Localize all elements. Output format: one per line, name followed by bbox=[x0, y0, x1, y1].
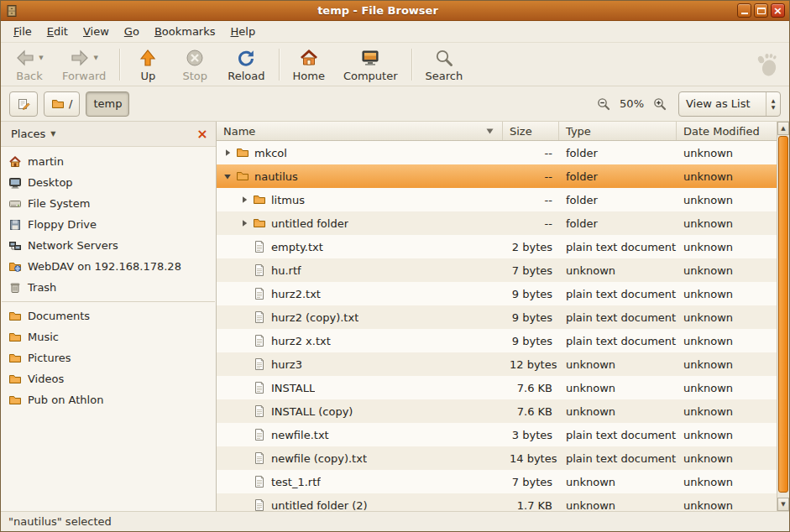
vertical-scrollbar[interactable]: ▲ ▼ bbox=[777, 122, 789, 511]
titlebar[interactable]: temp - File Browser × bbox=[1, 1, 789, 21]
scroll-track[interactable] bbox=[777, 135, 789, 498]
sidebar-separator bbox=[2, 301, 215, 302]
cell-name: nautilus bbox=[217, 170, 503, 183]
cell-name: hurz2 x.txt bbox=[217, 334, 503, 347]
expand-arrow-icon[interactable] bbox=[238, 219, 250, 227]
sidebar-item-floppy-drive[interactable]: Floppy Drive bbox=[1, 214, 216, 235]
file-row-untitled-folder-2[interactable]: untitled folder (2)1.7 KBunknownunknown bbox=[217, 493, 777, 511]
sidebar-item-martin[interactable]: martin bbox=[1, 151, 216, 172]
file-row-hurz3[interactable]: hurz312 bytesunknownunknown bbox=[217, 352, 777, 376]
zoom-out-button[interactable] bbox=[594, 95, 613, 113]
cell-size: 14 bytes bbox=[503, 452, 559, 465]
cell-size: -- bbox=[503, 170, 559, 183]
sidebar-item-webdav-on-192-168-178-28[interactable]: WebDAV on 192.168.178.28 bbox=[1, 256, 216, 277]
cell-type: plain text document bbox=[559, 335, 677, 347]
path-button-root[interactable]: / bbox=[44, 91, 80, 117]
cell-mod: unknown bbox=[677, 217, 777, 230]
sidebar-item-trash[interactable]: Trash bbox=[1, 277, 216, 298]
menu-file[interactable]: File bbox=[6, 22, 39, 41]
column-header-size[interactable]: Size bbox=[503, 122, 559, 140]
scroll-thumb[interactable] bbox=[778, 136, 788, 493]
zoom-in-button[interactable] bbox=[651, 95, 669, 113]
collapse-arrow-icon[interactable] bbox=[222, 172, 233, 180]
scroll-up-button[interactable]: ▲ bbox=[777, 122, 789, 135]
sidebar-item-desktop[interactable]: Desktop bbox=[1, 172, 216, 193]
sidebar-item-music[interactable]: Music bbox=[1, 326, 216, 347]
cell-mod: unknown bbox=[677, 358, 777, 371]
file-row-mkcol[interactable]: mkcol--folderunknown bbox=[217, 141, 777, 164]
menubar: FileEditViewGoBookmarksHelp bbox=[1, 21, 789, 43]
file-row-newfile-copy-txt[interactable]: newfile (copy).txt14 bytesplain text doc… bbox=[217, 446, 777, 470]
cell-type: folder bbox=[559, 194, 677, 206]
cell-size: 9 bytes bbox=[503, 335, 559, 347]
edit-location-button[interactable] bbox=[9, 91, 38, 117]
cell-type: unknown bbox=[559, 499, 677, 512]
sidebar-item-network-servers[interactable]: Network Servers bbox=[1, 235, 216, 256]
maximize-button[interactable] bbox=[754, 3, 768, 18]
scroll-down-button[interactable]: ▼ bbox=[777, 498, 789, 511]
sidebar-item-file-system[interactable]: File System bbox=[1, 193, 216, 214]
cell-name: test_1.rtf bbox=[217, 475, 503, 488]
toolbar-search-button[interactable]: Search bbox=[416, 45, 473, 84]
file-row-hurz2-copy-txt[interactable]: hurz2 (copy).txt9 bytesplain text docume… bbox=[217, 305, 777, 329]
cell-type: plain text document bbox=[559, 311, 677, 324]
toolbar-home-button[interactable]: Home bbox=[284, 45, 334, 84]
cell-type: unknown bbox=[559, 358, 677, 371]
file-row-newfile-txt[interactable]: newfile.txt3 bytesplain text documentunk… bbox=[217, 423, 777, 446]
toolbar-computer-button[interactable]: Computer bbox=[334, 45, 407, 84]
minimize-button[interactable] bbox=[737, 3, 751, 18]
file-row-hurz2-txt[interactable]: hurz2.txt9 bytesplain text documentunkno… bbox=[217, 282, 777, 305]
file-row-test-1-rtf[interactable]: test_1.rtf7 bytesunknownunknown bbox=[217, 470, 777, 493]
sidebar-close-button[interactable]: × bbox=[194, 126, 211, 143]
cell-size: 7 bytes bbox=[503, 264, 559, 277]
column-header-date-modified[interactable]: Date Modified bbox=[677, 122, 777, 140]
toolbar-reload-button[interactable]: Reload bbox=[218, 45, 274, 84]
menu-bookmarks[interactable]: Bookmarks bbox=[147, 22, 223, 41]
close-button[interactable]: × bbox=[771, 3, 785, 18]
places-menu-button[interactable]: Places ▼ bbox=[6, 126, 61, 142]
cell-name: newfile (copy).txt bbox=[217, 451, 503, 465]
file-row-install-copy[interactable]: INSTALL (copy)7.6 KBunknownunknown bbox=[217, 399, 777, 423]
sidebar-item-pictures[interactable]: Pictures bbox=[1, 347, 216, 368]
zoom-level: 50% bbox=[620, 97, 644, 110]
sidebar-item-label: Floppy Drive bbox=[28, 218, 97, 231]
sidebar-item-label: WebDAV on 192.168.178.28 bbox=[28, 260, 181, 273]
menu-view[interactable]: View bbox=[76, 22, 117, 41]
column-header-type[interactable]: Type bbox=[559, 122, 677, 140]
cell-type: folder bbox=[559, 147, 677, 159]
sidebar-item-pub-on-athlon[interactable]: Pub on Athlon bbox=[1, 389, 216, 410]
file-name: INSTALL (copy) bbox=[271, 405, 353, 418]
path-button-temp[interactable]: temp bbox=[86, 91, 129, 117]
toolbar-up-button[interactable]: Up bbox=[124, 45, 171, 84]
cell-type: plain text document bbox=[559, 288, 677, 300]
file-name: test_1.rtf bbox=[271, 476, 321, 488]
desktop-icon bbox=[8, 176, 22, 190]
file-row-untitled-folder[interactable]: untitled folder--folderunknown bbox=[217, 211, 777, 235]
file-row-litmus[interactable]: litmus--folderunknown bbox=[217, 188, 777, 211]
view-mode-select[interactable]: View as List ▲▼ bbox=[678, 91, 781, 117]
menu-help[interactable]: Help bbox=[223, 22, 264, 41]
sidebar-item-videos[interactable]: Videos bbox=[1, 368, 216, 389]
menu-edit[interactable]: Edit bbox=[39, 22, 76, 41]
folder-icon bbox=[253, 193, 266, 206]
toolbar-stop-button: Stop bbox=[171, 45, 218, 84]
toolbar-buttons: ▼Back▼ForwardUpStopReloadHomeComputerSea… bbox=[6, 43, 472, 86]
sidebar-item-documents[interactable]: Documents bbox=[1, 305, 216, 326]
menu-go[interactable]: Go bbox=[117, 22, 147, 41]
file-row-hu-rtf[interactable]: hu.rtf7 bytesunknownunknown bbox=[217, 258, 777, 282]
file-icon bbox=[253, 240, 266, 253]
sidebar-item-label: Videos bbox=[28, 373, 64, 385]
file-row-install[interactable]: INSTALL7.6 KBunknownunknown bbox=[217, 376, 777, 399]
zoom-in-icon bbox=[653, 97, 667, 111]
toolbar-button-label: Search bbox=[426, 70, 463, 82]
file-row-nautilus[interactable]: nautilus--folderunknown bbox=[217, 164, 777, 188]
expand-arrow-icon[interactable] bbox=[222, 149, 233, 157]
expand-arrow-icon[interactable] bbox=[238, 196, 250, 204]
cell-mod: unknown bbox=[677, 382, 777, 394]
file-name: hurz2.txt bbox=[271, 288, 321, 300]
column-header-name[interactable]: Name bbox=[217, 122, 503, 140]
cell-size: 3 bytes bbox=[503, 429, 559, 441]
file-row-empty-txt[interactable]: empty.txt2 bytesplain text documentunkno… bbox=[217, 235, 777, 258]
cell-size: 9 bytes bbox=[503, 288, 559, 300]
file-row-hurz2-x-txt[interactable]: hurz2 x.txt9 bytesplain text documentunk… bbox=[217, 329, 777, 352]
